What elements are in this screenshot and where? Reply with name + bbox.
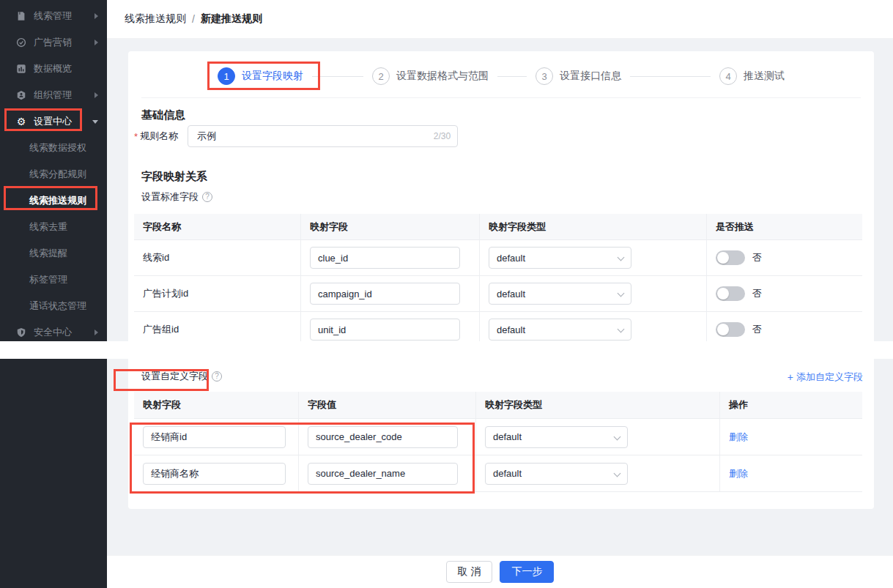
chevron-down-icon (618, 254, 625, 261)
sidebar-item-settings-center[interactable]: ⚙ 设置中心 (0, 108, 107, 135)
gear-icon: ⚙ (16, 116, 26, 127)
column-header: 字段名称 (134, 214, 301, 239)
delete-link[interactable]: 删除 (729, 431, 748, 444)
column-header: 映射字段 (134, 392, 299, 418)
chevron-down-icon (618, 290, 625, 297)
sidebar-subitem-clue-push-rule[interactable]: 线索推送规则 (0, 187, 107, 214)
step-1-number: 1 (218, 67, 235, 85)
sidebar-subitem-call-status[interactable]: 通话状态管理 (0, 293, 107, 319)
add-custom-field-label: 添加自定义字段 (796, 371, 863, 384)
toggle-knob (717, 324, 729, 335)
custom-field-value-input[interactable] (308, 426, 458, 448)
push-toggle-label: 否 (752, 251, 762, 264)
custom-field-value-input[interactable] (308, 463, 458, 485)
step-2-label: 设置数据格式与范围 (396, 70, 489, 83)
top-screenshot-section: 线索管理 广告营销 数据概览 组织管理 (0, 0, 893, 341)
sidebar-item-label: 广告营销 (34, 36, 95, 49)
breadcrumb-current: 新建推送规则 (201, 12, 262, 26)
sidebar-subitem-label: 线索推送规则 (29, 194, 86, 207)
chevron-down-icon (92, 120, 98, 124)
chevron-right-icon (95, 92, 98, 98)
sidebar: 线索管理 广告营销 数据概览 组织管理 (0, 0, 107, 341)
field-type-select[interactable]: default (485, 463, 628, 485)
mapped-field-input[interactable] (310, 319, 460, 340)
push-toggle[interactable] (716, 250, 745, 265)
field-type-select[interactable]: default (485, 426, 628, 448)
sidebar-subitem-label: 标签管理 (29, 273, 67, 286)
toggle-knob (717, 288, 729, 299)
table-row: default 删除 (134, 419, 862, 455)
sidebar-item-data-overview[interactable]: 数据概览 (0, 56, 107, 82)
rule-name-input[interactable] (188, 125, 458, 147)
chevron-right-icon (95, 40, 98, 45)
select-value: default (493, 468, 522, 479)
mapped-field-input[interactable] (310, 247, 460, 269)
step-connector (630, 76, 711, 77)
push-toggle-label: 否 (752, 323, 762, 336)
custom-field-key-input[interactable] (143, 463, 286, 485)
rule-name-row: * 规则名称 2/30 (134, 125, 458, 147)
chevron-right-icon (95, 13, 98, 19)
column-header: 操作 (720, 392, 862, 418)
cancel-button[interactable]: 取 消 (446, 561, 493, 583)
breadcrumb-separator: / (192, 13, 195, 25)
column-header: 是否推送 (707, 214, 862, 239)
sidebar-item-security-center[interactable]: 安全中心 (0, 319, 107, 341)
basic-info-title: 基础信息 (141, 108, 185, 122)
select-value: default (497, 253, 525, 264)
required-mark: * (134, 131, 138, 142)
column-header: 映射字段类型 (480, 214, 707, 239)
steps-bar: 1 设置字段映射 2 设置数据格式与范围 3 设置接口信息 4 推送测试 (128, 62, 874, 91)
sidebar-subitem-tag-management[interactable]: 标签管理 (0, 267, 107, 293)
main-content-area-bottom: 设置自定义字段 ? + 添加自定义字段 映射字段 字段值 映射字段类型 操作 (107, 359, 893, 588)
field-type-select[interactable]: default (489, 319, 631, 340)
sidebar-subitem-clue-remind[interactable]: 线索提醒 (0, 240, 107, 267)
sidebar-subitem-label: 线索去重 (29, 220, 67, 234)
select-value: default (493, 431, 522, 442)
sidebar-subitem-clue-data-auth[interactable]: 线索数据授权 (0, 135, 107, 161)
custom-fields-table: 映射字段 字段值 映射字段类型 操作 default 删除 (134, 392, 862, 492)
sidebar-item-label: 组织管理 (34, 89, 95, 102)
step-3-number: 3 (536, 67, 553, 85)
step-3-label: 设置接口信息 (560, 70, 621, 83)
sidebar-item-org-management[interactable]: 组织管理 (0, 82, 107, 108)
sidebar-item-label: 安全中心 (34, 326, 95, 339)
step-3: 3 设置接口信息 (536, 67, 621, 85)
sidebar-item-clue-management[interactable]: 线索管理 (0, 3, 107, 29)
field-type-select[interactable]: default (489, 247, 631, 269)
chevron-right-icon (95, 330, 98, 335)
sidebar-subitem-label: 线索分配规则 (29, 168, 86, 181)
main-content-area: 线索推送规则 / 新建推送规则 1 设置字段映射 2 设置数据格式与范围 3 设… (107, 0, 893, 341)
delete-link[interactable]: 删除 (729, 467, 748, 480)
push-toggle[interactable] (716, 286, 745, 301)
push-toggle[interactable] (716, 322, 745, 337)
sidebar-subitem-label: 通话状态管理 (29, 299, 86, 313)
breadcrumb: 线索推送规则 / 新建推送规则 (107, 0, 893, 39)
table-row: 广告计划id default 否 (134, 276, 862, 312)
rule-name-label: 规则名称 (140, 130, 178, 143)
sidebar-subitem-clue-assign-rule[interactable]: 线索分配规则 (0, 161, 107, 187)
sidebar-subitem-clue-dedup[interactable]: 线索去重 (0, 214, 107, 240)
wizard-card: 1 设置字段映射 2 设置数据格式与范围 3 设置接口信息 4 推送测试 (128, 51, 874, 341)
help-icon[interactable]: ? (202, 192, 212, 202)
step-4-number: 4 (719, 67, 737, 85)
help-icon[interactable]: ? (212, 371, 222, 382)
chevron-down-icon (614, 469, 621, 477)
field-name: 线索id (143, 251, 169, 264)
mapped-field-input[interactable] (310, 283, 460, 305)
field-mapping-title: 字段映射关系 (141, 170, 207, 184)
add-custom-field-link[interactable]: + 添加自定义字段 (788, 371, 863, 384)
sidebar-item-label: 设置中心 (34, 115, 92, 128)
next-step-button[interactable]: 下一步 (500, 561, 554, 583)
standard-fields-table: 字段名称 映射字段 映射字段类型 是否推送 线索id default (134, 214, 862, 341)
plus-icon: + (788, 371, 793, 383)
compass-icon (16, 37, 26, 48)
field-name: 广告计划id (143, 287, 188, 300)
sidebar-continued (0, 359, 107, 588)
sidebar-item-ad-marketing[interactable]: 广告营销 (0, 29, 107, 56)
field-type-select[interactable]: default (489, 283, 631, 305)
breadcrumb-parent[interactable]: 线索推送规则 (125, 12, 186, 26)
custom-field-key-input[interactable] (143, 426, 286, 448)
toggle-knob (717, 252, 729, 264)
step-2: 2 设置数据格式与范围 (372, 67, 489, 85)
